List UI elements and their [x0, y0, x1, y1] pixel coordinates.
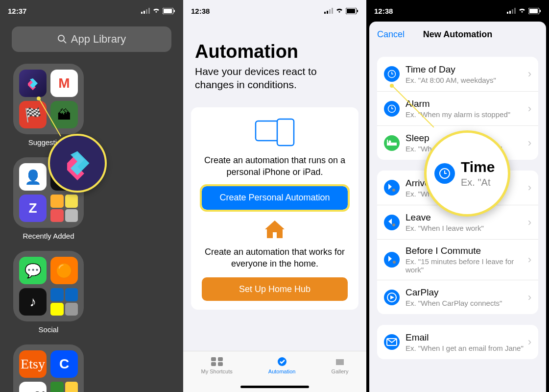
status-right	[141, 8, 175, 14]
devices-icon	[253, 118, 297, 147]
svg-point-7	[58, 35, 64, 41]
row-title: Time of Day	[406, 64, 528, 75]
folder-grid: M 🏁 🏔 Suggestions 👤 (•) Z Recently Added	[12, 64, 171, 392]
status-time: 12:37	[8, 7, 26, 15]
setup-home-hub-button[interactable]: Set Up Home Hub	[202, 277, 348, 301]
svg-rect-19	[218, 357, 223, 361]
automation-cards: Create an automation that runs on a pers…	[191, 107, 358, 310]
svg-rect-10	[327, 11, 328, 14]
svg-line-8	[64, 41, 66, 43]
row-title: Alarm	[406, 98, 528, 109]
cancel-button[interactable]: Cancel	[377, 29, 405, 40]
callout-sub: Ex. "At	[461, 177, 495, 188]
svg-point-35	[392, 189, 395, 192]
clock-icon	[384, 101, 400, 117]
tab-automation[interactable]: Automation	[268, 356, 296, 374]
status-bar: 12:38	[183, 0, 366, 22]
email-icon	[384, 334, 400, 350]
modal-title: New Automation	[423, 29, 492, 40]
carplay-icon	[384, 290, 400, 305]
row-subtitle: Ex. "When I leave work"	[406, 224, 528, 232]
svg-rect-1	[143, 11, 145, 14]
svg-rect-6	[174, 10, 175, 12]
row-title: Before I Commute	[406, 245, 528, 256]
svg-rect-11	[329, 9, 331, 14]
page-subtitle: Have your devices react to changes in co…	[195, 65, 355, 92]
row-subtitle: Ex. "15 minutes before I leave for work"	[406, 257, 528, 274]
folder-social[interactable]: 💬 🟠 ♪ Social	[12, 251, 85, 334]
clock-icon	[384, 66, 400, 82]
svg-point-37	[393, 261, 396, 264]
svg-rect-0	[141, 12, 143, 14]
svg-rect-14	[347, 9, 355, 13]
phone-app-library: 12:37 App Library M 🏁 🏔 Suggestions 👤 (•…	[0, 0, 183, 392]
chevron-right-icon: ›	[528, 291, 531, 304]
modal-header: Cancel New Automation	[369, 22, 546, 48]
arrive-icon	[384, 180, 400, 196]
home-indicator[interactable]	[240, 386, 309, 388]
svg-point-34	[389, 140, 391, 143]
row-subtitle: Ex. "At 8:00 AM, weekdays"	[406, 76, 528, 84]
svg-point-36	[392, 223, 395, 226]
trigger-row[interactable]: CarPlay Ex. "When CarPlay connects" ›	[377, 280, 538, 314]
home-text: Create an automation that works for ever…	[197, 246, 353, 270]
svg-rect-29	[540, 10, 541, 12]
time-of-day-callout: Time Ex. "At	[424, 130, 510, 217]
search-icon	[57, 34, 67, 44]
status-time: 12:38	[191, 7, 210, 15]
home-icon	[264, 220, 286, 239]
bed-icon	[384, 135, 400, 151]
svg-rect-24	[509, 11, 511, 14]
folder-productivity[interactable]: Etsy C MON31 Productivity & Finance	[12, 344, 85, 392]
chevron-right-icon: ›	[528, 102, 531, 115]
trigger-row[interactable]: Before I Commute Ex. "15 minutes before …	[377, 239, 538, 280]
folder-label: Social	[39, 325, 59, 334]
chevron-right-icon: ›	[528, 253, 531, 266]
tab-my-shortcuts[interactable]: My Shortcuts	[201, 356, 233, 374]
svg-rect-23	[507, 12, 508, 14]
search-placeholder: App Library	[71, 33, 126, 46]
page-title: Automation	[195, 41, 298, 62]
phone-automation: 12:38 Automation Have your devices react…	[183, 0, 366, 392]
tab-label: Gallery	[332, 368, 349, 374]
folder-label: Recently Added	[23, 232, 74, 240]
row-title: CarPlay	[406, 287, 528, 298]
tab-label: My Shortcuts	[201, 368, 233, 374]
chevron-right-icon: ›	[528, 137, 531, 149]
row-subtitle: Ex. "When I get an email from Jane"	[406, 344, 528, 352]
svg-rect-21	[218, 362, 223, 366]
svg-rect-32	[387, 143, 397, 146]
tab-gallery[interactable]: Gallery	[332, 356, 349, 374]
svg-rect-12	[332, 8, 333, 14]
status-right	[324, 8, 358, 14]
svg-rect-2	[146, 9, 147, 14]
personal-text: Create an automation that runs on a pers…	[197, 154, 353, 178]
chevron-right-icon: ›	[528, 216, 531, 229]
svg-rect-9	[324, 12, 326, 14]
chevron-right-icon: ›	[528, 181, 531, 194]
svg-rect-3	[148, 8, 150, 14]
clock-icon	[434, 163, 455, 184]
status-bar: 12:38	[366, 0, 549, 22]
svg-rect-26	[514, 8, 516, 14]
create-personal-automation-button[interactable]: Create Personal Automation	[202, 186, 348, 210]
svg-point-22	[278, 357, 286, 366]
status-right	[507, 8, 541, 14]
shortcuts-app-callout	[48, 134, 107, 193]
leave-icon	[384, 215, 400, 230]
svg-rect-28	[529, 9, 538, 13]
trigger-row[interactable]: Time of Day Ex. "At 8:00 AM, weekdays" ›	[377, 57, 538, 91]
app-library-search[interactable]: App Library	[12, 26, 171, 52]
row-subtitle: Ex. "When CarPlay connects"	[406, 299, 528, 307]
tab-label: Automation	[268, 368, 296, 374]
chevron-right-icon: ›	[528, 68, 531, 80]
trigger-row[interactable]: Alarm Ex. "When my alarm is stopped" ›	[377, 91, 538, 125]
commute-icon	[384, 252, 400, 268]
svg-rect-5	[164, 9, 172, 13]
svg-rect-33	[387, 140, 388, 146]
svg-rect-15	[357, 10, 358, 12]
svg-rect-17	[277, 119, 294, 146]
trigger-row[interactable]: Email Ex. "When I get an email from Jane…	[377, 325, 538, 359]
group-communication: Email Ex. "When I get an email from Jane…	[377, 325, 538, 359]
row-title: Email	[406, 332, 528, 343]
